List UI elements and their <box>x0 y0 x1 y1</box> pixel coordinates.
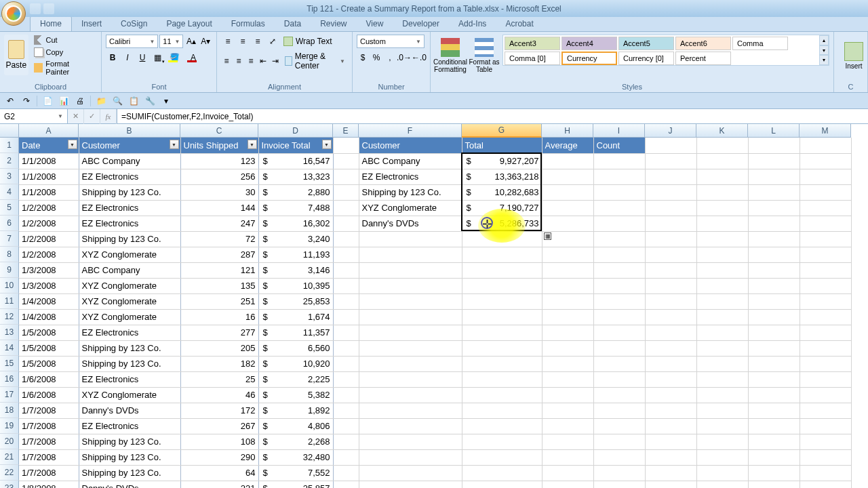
cell-M11[interactable] <box>800 293 851 309</box>
cell-B20[interactable]: Shipping by 123 Co. <box>79 434 180 449</box>
column-header-I[interactable]: I <box>593 124 645 138</box>
cell-H19[interactable] <box>542 418 593 434</box>
column-header-A[interactable]: A <box>19 124 79 138</box>
grow-font-button[interactable]: A▴ <box>184 35 197 48</box>
cell-L23[interactable] <box>748 481 800 488</box>
cell-A18[interactable]: 1/7/2008 <box>19 403 79 418</box>
cell-E11[interactable] <box>333 293 359 309</box>
align-center-button[interactable]: ≡ <box>233 54 244 68</box>
cell-F17[interactable] <box>359 387 462 403</box>
fill-color-button[interactable]: 🪣 <box>165 51 183 64</box>
cell-G21[interactable] <box>462 449 542 465</box>
decrease-indent-button[interactable]: ⇤ <box>258 54 269 68</box>
cell-J7[interactable] <box>645 231 696 247</box>
cell-G1[interactable]: Total <box>462 138 542 153</box>
cell-F14[interactable] <box>359 340 462 356</box>
cell-M16[interactable] <box>800 371 851 387</box>
column-header-F[interactable]: F <box>359 124 462 138</box>
cell-A3[interactable]: 1/1/2008 <box>19 169 79 184</box>
cell-F18[interactable] <box>359 403 462 418</box>
cell-B12[interactable]: XYZ Conglomerate <box>79 309 180 325</box>
cell-A7[interactable]: 1/2/2008 <box>19 231 79 247</box>
cell-I2[interactable] <box>593 153 645 169</box>
cell-E19[interactable] <box>333 418 359 434</box>
toolbar-btn-1[interactable]: 📄 <box>40 94 55 108</box>
cell-E7[interactable] <box>333 231 359 247</box>
cell-J13[interactable] <box>645 325 696 340</box>
comma-format-button[interactable]: , <box>384 51 396 64</box>
cell-K23[interactable] <box>696 481 748 488</box>
cell-D17[interactable]: 5,382 <box>258 387 333 403</box>
cell-D3[interactable]: 13,323 <box>258 169 333 184</box>
cell-J20[interactable] <box>645 434 696 449</box>
fx-button[interactable]: fx <box>100 109 117 124</box>
align-top-button[interactable]: ≡ <box>221 35 235 48</box>
cell-E13[interactable] <box>333 325 359 340</box>
cell-H3[interactable] <box>542 169 593 184</box>
column-header-K[interactable]: K <box>696 124 748 138</box>
style-swatch-accent4[interactable]: Accent4 <box>561 37 617 50</box>
cell-E3[interactable] <box>333 169 359 184</box>
autofill-options-button[interactable]: ▦ <box>544 232 551 240</box>
column-header-J[interactable]: J <box>645 124 696 138</box>
cell-I18[interactable] <box>593 403 645 418</box>
wrap-text-button[interactable]: Wrap Text <box>281 36 335 47</box>
cell-J1[interactable] <box>645 138 696 153</box>
row-header-7[interactable]: 7 <box>0 231 19 247</box>
cell-J3[interactable] <box>645 169 696 184</box>
cell-L5[interactable] <box>748 200 800 216</box>
cell-F22[interactable] <box>359 465 462 481</box>
cell-I7[interactable] <box>593 231 645 247</box>
cell-J2[interactable] <box>645 153 696 169</box>
cell-F1[interactable]: Customer <box>359 138 462 153</box>
cell-C13[interactable]: 277 <box>180 325 258 340</box>
cell-K3[interactable] <box>696 169 748 184</box>
cell-G5[interactable]: 7,190,727 <box>462 200 542 216</box>
cell-I17[interactable] <box>593 387 645 403</box>
cell-grid[interactable]: Date▼Customer▼Units Shipped▼Invoice Tota… <box>19 138 868 488</box>
cell-F8[interactable] <box>359 247 462 262</box>
cell-F10[interactable] <box>359 278 462 293</box>
font-name-select[interactable]: Calibri▼ <box>106 35 158 48</box>
style-swatch-accent5[interactable]: Accent5 <box>618 37 674 50</box>
cell-B16[interactable]: EZ Electronics <box>79 371 180 387</box>
cell-L17[interactable] <box>748 387 800 403</box>
cell-I13[interactable] <box>593 325 645 340</box>
row-header-8[interactable]: 8 <box>0 247 19 262</box>
cell-D2[interactable]: 16,547 <box>258 153 333 169</box>
cell-J8[interactable] <box>645 247 696 262</box>
cell-C19[interactable]: 267 <box>180 418 258 434</box>
increase-indent-button[interactable]: ⇥ <box>270 54 281 68</box>
cell-D10[interactable]: 10,395 <box>258 278 333 293</box>
font-color-button[interactable]: A <box>184 51 202 64</box>
underline-button[interactable]: U <box>136 51 149 64</box>
ribbon-tab-acrobat[interactable]: Acrobat <box>496 16 542 31</box>
cell-L3[interactable] <box>748 169 800 184</box>
cell-J4[interactable] <box>645 184 696 200</box>
cell-D22[interactable]: 7,552 <box>258 465 333 481</box>
cell-G22[interactable] <box>462 465 542 481</box>
cell-F3[interactable]: EZ Electronics <box>359 169 462 184</box>
cell-F11[interactable] <box>359 293 462 309</box>
cell-A13[interactable]: 1/5/2008 <box>19 325 79 340</box>
cell-E5[interactable] <box>333 200 359 216</box>
cell-G3[interactable]: 13,363,218 <box>462 169 542 184</box>
gallery-more-button[interactable]: ▾ <box>819 55 829 65</box>
cell-L20[interactable] <box>748 434 800 449</box>
cell-H22[interactable] <box>542 465 593 481</box>
cell-E20[interactable] <box>333 434 359 449</box>
cell-L9[interactable] <box>748 262 800 278</box>
cell-J22[interactable] <box>645 465 696 481</box>
cell-J17[interactable] <box>645 387 696 403</box>
cell-A17[interactable]: 1/6/2008 <box>19 387 79 403</box>
cell-F12[interactable] <box>359 309 462 325</box>
font-size-select[interactable]: 11▼ <box>159 35 183 48</box>
cell-E1[interactable] <box>333 138 359 153</box>
cell-K19[interactable] <box>696 418 748 434</box>
cell-C14[interactable]: 205 <box>180 340 258 356</box>
cell-A15[interactable]: 1/5/2008 <box>19 356 79 371</box>
cell-G2[interactable]: 9,927,207 <box>462 153 542 169</box>
column-header-D[interactable]: D <box>258 124 333 138</box>
number-format-select[interactable]: Custom▼ <box>357 35 425 48</box>
cell-K21[interactable] <box>696 449 748 465</box>
